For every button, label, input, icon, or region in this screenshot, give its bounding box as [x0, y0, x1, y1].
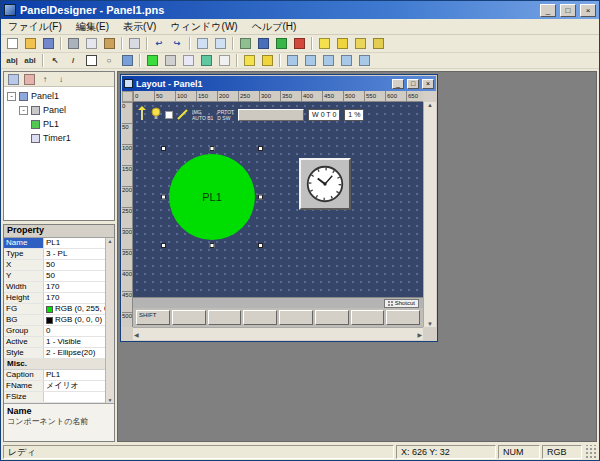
open-button[interactable] — [21, 36, 39, 51]
expander-icon[interactable]: - — [7, 92, 16, 101]
pen-component[interactable] — [177, 106, 188, 124]
resize-grip[interactable] — [584, 445, 597, 459]
undo-button[interactable]: ↩ — [150, 36, 168, 51]
function-button-5[interactable] — [315, 310, 349, 325]
layout-title-bar[interactable]: Layout - Panel1 _ □ × — [122, 76, 436, 91]
delete-component-button[interactable] — [21, 73, 37, 86]
property-row-caption[interactable]: CaptionPL1 — [4, 370, 105, 381]
paste-button[interactable] — [100, 36, 118, 51]
image-tool-button[interactable] — [118, 53, 136, 68]
align-top-button[interactable] — [337, 53, 355, 68]
property-scrollbar[interactable]: ▲ ▼ — [105, 238, 114, 403]
property-value[interactable]: RGB (0, 0, 0) — [44, 315, 105, 325]
lamp-post-component[interactable] — [137, 106, 147, 124]
scroll-up-icon[interactable]: ▲ — [108, 238, 113, 244]
grid-button[interactable] — [236, 36, 254, 51]
align-right-button[interactable] — [319, 53, 337, 68]
lamp-tool-button[interactable] — [143, 53, 161, 68]
switch-tool-button[interactable] — [161, 53, 179, 68]
menu-item-2[interactable]: 表示(V) — [116, 19, 163, 35]
move-down-button[interactable]: ↓ — [53, 73, 69, 86]
function-button-0[interactable]: SHIFT — [136, 310, 170, 325]
tree-item-pl1[interactable]: PL1 — [4, 117, 114, 131]
property-value[interactable]: メイリオ — [44, 381, 105, 391]
clock-tool-button[interactable] — [215, 53, 233, 68]
property-row-fname[interactable]: FNameメイリオ — [4, 381, 105, 392]
tree-item-panel1[interactable]: -Panel1 — [4, 89, 114, 103]
layout-window[interactable]: Layout - Panel1 _ □ × 050100150200250300… — [120, 74, 438, 342]
property-value[interactable]: 170 — [44, 293, 105, 303]
selection-handle[interactable] — [258, 195, 263, 200]
property-value[interactable]: RGB (0, 255, 0) — [44, 304, 105, 314]
blank-button-component[interactable] — [238, 109, 304, 121]
property-value[interactable]: 170 — [44, 282, 105, 292]
bulb-component[interactable] — [151, 106, 161, 124]
minimize-button[interactable]: _ — [540, 4, 556, 17]
cut-button[interactable] — [64, 36, 82, 51]
function-button-4[interactable] — [279, 310, 313, 325]
title-bar[interactable]: PanelDesigner - Panel1.pns _ □ × — [1, 1, 599, 19]
copy-style-button[interactable] — [258, 53, 276, 68]
property-value[interactable]: PL1 — [44, 370, 105, 380]
save-button[interactable] — [39, 36, 57, 51]
clock-component[interactable] — [299, 158, 351, 210]
property-row-y[interactable]: Y50 — [4, 271, 105, 282]
function-button-7[interactable] — [386, 310, 420, 325]
align-center-button[interactable] — [301, 53, 319, 68]
property-row-type[interactable]: Type3 - PL — [4, 249, 105, 260]
menu-item-0[interactable]: ファイル(F) — [1, 19, 69, 35]
align-bottom-button[interactable] — [355, 53, 373, 68]
scroll-down-icon[interactable]: ▼ — [108, 397, 113, 403]
preview-button[interactable] — [254, 36, 272, 51]
bring-to-front-button[interactable] — [315, 36, 333, 51]
selection-handle[interactable] — [161, 195, 166, 200]
property-value[interactable]: 0 — [44, 326, 105, 336]
scroll-up-icon[interactable]: ▲ — [427, 102, 433, 108]
function-button-2[interactable] — [208, 310, 242, 325]
property-value[interactable] — [44, 392, 105, 402]
send-to-back-button[interactable] — [333, 36, 351, 51]
ellipse-tool-button[interactable]: ○ — [100, 53, 118, 68]
selection-handle[interactable] — [210, 146, 215, 151]
percent-display-component[interactable]: 1 % — [344, 109, 364, 121]
scroll-left-icon[interactable]: ◀ — [134, 331, 139, 338]
property-row-x[interactable]: X50 — [4, 260, 105, 271]
property-value[interactable]: 50 — [44, 260, 105, 270]
duplicate-button[interactable] — [240, 53, 258, 68]
function-button-6[interactable] — [351, 310, 385, 325]
function-button-1[interactable] — [172, 310, 206, 325]
add-component-button[interactable] — [5, 73, 21, 86]
square-component[interactable] — [165, 111, 173, 119]
property-value[interactable]: PL1 — [44, 238, 105, 248]
scroll-right-icon[interactable]: ▶ — [417, 331, 422, 338]
property-value[interactable]: 2 - Ellipse(20) — [44, 348, 105, 358]
menu-item-3[interactable]: ウィンドウ(W) — [163, 19, 244, 35]
component-tree[interactable]: -Panel1-PanelPL1Timer1 — [4, 87, 114, 220]
graph-tool-button[interactable] — [197, 53, 215, 68]
design-canvas[interactable]: IMG AUTO B1 PRTOT D SW W 0 T 0 1 % — [133, 102, 423, 327]
layout-close-button[interactable]: × — [422, 79, 434, 89]
line-tool-button[interactable]: / — [64, 53, 82, 68]
select-tool-button[interactable]: ↖ — [46, 53, 64, 68]
maximize-button[interactable]: □ — [560, 4, 576, 17]
property-row-group[interactable]: Group0 — [4, 326, 105, 337]
rect-tool-button[interactable] — [82, 53, 100, 68]
property-row-fg[interactable]: FGRGB (0, 255, 0) — [4, 304, 105, 315]
property-row-fsize[interactable]: FSize — [4, 392, 105, 403]
shotcut-button[interactable]: Shotcut — [384, 299, 419, 308]
stop-button[interactable] — [290, 36, 308, 51]
copy-button[interactable] — [82, 36, 100, 51]
menu-item-1[interactable]: 編集(E) — [69, 19, 116, 35]
selection-handle[interactable] — [258, 243, 263, 248]
group-button[interactable] — [351, 36, 369, 51]
property-value[interactable]: 1 - Visible — [44, 337, 105, 347]
redo-button[interactable]: ↪ — [168, 36, 186, 51]
menu-item-4[interactable]: ヘルプ(H) — [245, 19, 304, 35]
meter-tool-button[interactable] — [179, 53, 197, 68]
property-row-active[interactable]: Active1 - Visible — [4, 337, 105, 348]
wt-display-component[interactable]: W 0 T 0 — [308, 109, 340, 121]
property-row-style[interactable]: Style2 - Ellipse(20) — [4, 348, 105, 359]
close-button[interactable]: × — [580, 4, 596, 17]
move-up-button[interactable]: ↑ — [37, 73, 53, 86]
layout-maximize-button[interactable]: □ — [407, 79, 419, 89]
